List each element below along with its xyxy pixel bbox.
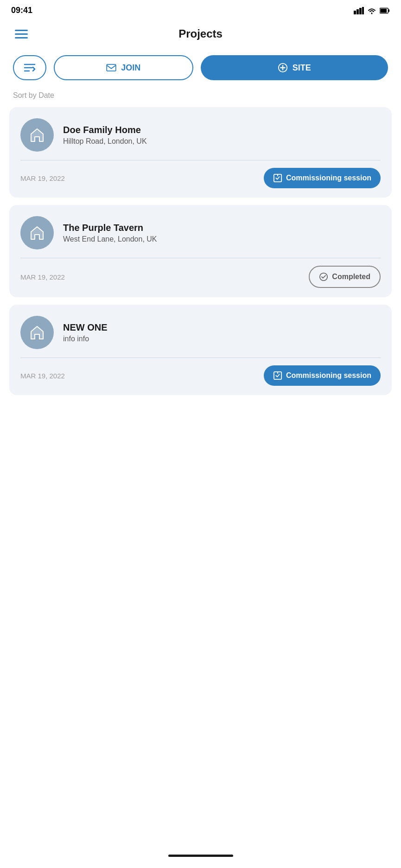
svg-marker-2: [359, 8, 362, 14]
commission-icon: [273, 371, 282, 380]
project-name: NEW ONE: [63, 322, 381, 333]
svg-marker-3: [362, 7, 364, 14]
join-button[interactable]: JOIN: [54, 55, 193, 80]
check-circle-icon: [319, 272, 328, 281]
wifi-icon: [367, 7, 377, 14]
card-footer: MAR 19, 2022 Commissioning session: [20, 365, 381, 386]
project-address: info info: [63, 335, 381, 343]
card-footer: MAR 19, 2022 Commissioning session: [20, 168, 381, 188]
signal-icon: [354, 7, 364, 14]
sort-icon: [24, 63, 36, 73]
site-button[interactable]: SITE: [201, 55, 388, 80]
header: Projects: [0, 19, 401, 48]
projects-list: Doe Family Home Hilltop Road, London, UK…: [0, 107, 401, 395]
commission-label: Commissioning session: [286, 174, 371, 182]
project-card: Doe Family Home Hilltop Road, London, UK…: [9, 107, 392, 198]
avatar: [20, 118, 54, 152]
avatar: [20, 216, 54, 249]
sort-label: Sort by Date: [0, 91, 401, 107]
commission-label: Commissioning session: [286, 371, 371, 380]
home-indicator: [168, 855, 233, 857]
card-header: The Purple Tavern West End Lane, London,…: [20, 216, 381, 249]
svg-marker-0: [354, 11, 356, 14]
avatar: [20, 316, 54, 349]
project-card: NEW ONE info info MAR 19, 2022 Commissio…: [9, 305, 392, 395]
home-icon: [29, 127, 45, 143]
sort-button[interactable]: [13, 55, 46, 80]
completed-button[interactable]: Completed: [309, 266, 381, 288]
svg-rect-11: [107, 64, 116, 71]
project-info: NEW ONE info info: [63, 322, 381, 343]
card-header: Doe Family Home Hilltop Road, London, UK: [20, 118, 381, 152]
project-address: West End Lane, London, UK: [63, 235, 381, 243]
page-title: Projects: [178, 27, 223, 40]
mail-icon: [106, 64, 116, 71]
svg-marker-1: [356, 9, 359, 14]
plus-circle-icon: [278, 63, 288, 73]
status-time: 09:41: [11, 6, 32, 15]
home-icon: [29, 224, 45, 241]
card-header: NEW ONE info info: [20, 316, 381, 349]
svg-rect-7: [380, 8, 387, 12]
toolbar: JOIN SITE: [0, 48, 401, 91]
card-footer: MAR 19, 2022 Completed: [20, 266, 381, 288]
project-name: Doe Family Home: [63, 125, 381, 135]
commission-icon: [273, 173, 282, 183]
project-address: Hilltop Road, London, UK: [63, 137, 381, 146]
project-card: The Purple Tavern West End Lane, London,…: [9, 205, 392, 297]
svg-point-17: [320, 273, 327, 281]
project-info: The Purple Tavern West End Lane, London,…: [63, 223, 381, 243]
commissioning-session-button[interactable]: Commissioning session: [264, 168, 381, 188]
card-divider: [20, 160, 381, 160]
status-bar: 09:41: [0, 0, 401, 19]
hamburger-icon: [15, 30, 28, 38]
site-label: SITE: [293, 63, 311, 73]
project-date: MAR 19, 2022: [20, 372, 65, 380]
card-divider: [20, 258, 381, 258]
project-date: MAR 19, 2022: [20, 174, 65, 182]
join-label: JOIN: [121, 63, 140, 73]
completed-label: Completed: [332, 273, 370, 281]
project-date: MAR 19, 2022: [20, 273, 65, 281]
project-name: The Purple Tavern: [63, 223, 381, 233]
card-divider: [20, 357, 381, 358]
project-info: Doe Family Home Hilltop Road, London, UK: [63, 125, 381, 146]
menu-button[interactable]: [13, 28, 30, 40]
commissioning-session-button[interactable]: Commissioning session: [264, 365, 381, 386]
home-icon: [29, 324, 45, 341]
svg-rect-6: [388, 9, 389, 12]
status-icons: [354, 7, 390, 14]
svg-point-4: [371, 13, 373, 14]
battery-icon: [380, 7, 390, 14]
